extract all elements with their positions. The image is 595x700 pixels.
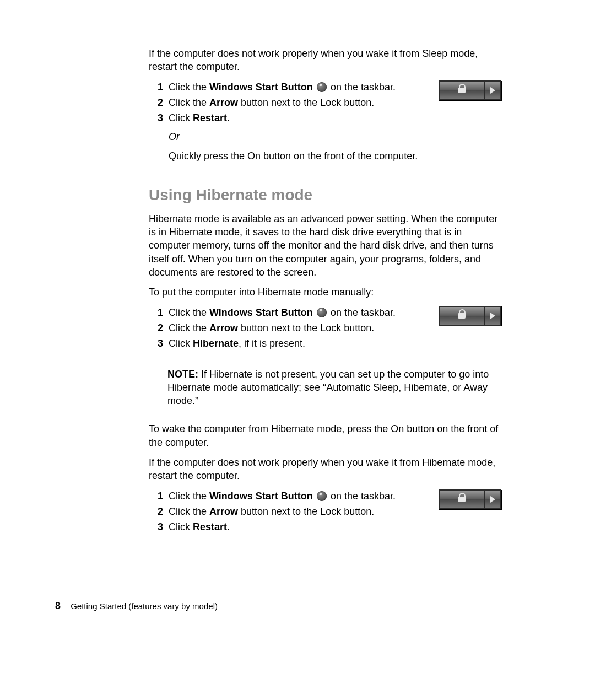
section-heading: Using Hibernate mode [149,185,501,206]
footer-title: Getting Started (features vary by model) [71,601,218,611]
step-number: 1 [149,306,163,319]
step-number: 2 [149,96,163,109]
lock-arrow-illustration [439,80,501,100]
page-footer: 8 Getting Started (features vary by mode… [55,600,218,612]
step-text: Click the Arrow button next to the Lock … [169,321,431,335]
step-number: 1 [149,80,163,94]
step-text: Click Restart. [169,520,501,534]
or-label: Or [169,130,501,143]
step-number: 2 [149,505,163,518]
lock-arrow-illustration [439,306,501,326]
note-text: If Hibernate is not present, you can set… [167,369,489,407]
page-number: 8 [55,600,61,611]
windows-start-icon [317,491,327,501]
step-text: Click the Windows Start Button on the ta… [169,489,431,503]
intro-paragraph: If the computer does not work properly w… [149,47,501,74]
step-text: Click the Windows Start Button on the ta… [169,306,431,319]
step-text: Click the Arrow button next to the Lock … [169,96,431,109]
step-number: 3 [149,520,163,534]
intro-paragraph-hib: If the computer does not work properly w… [149,456,501,483]
step-text: Click the Arrow button next to the Lock … [169,505,431,518]
hibernate-description: Hibernate mode is available as an advanc… [149,212,501,279]
hibernate-lead: To put the computer into Hibernate mode … [149,286,501,299]
arrow-right-icon [490,313,495,319]
lock-icon [458,496,466,503]
lock-icon [458,87,466,94]
menu-arrow-button [485,491,500,508]
lock-button [440,307,485,325]
step-number: 1 [149,489,163,503]
step-text: Click Restart. Or Quickly press the On b… [169,111,501,163]
lock-arrow-illustration [439,489,501,509]
wake-instruction: To wake the computer from Hibernate mode… [149,422,501,449]
menu-arrow-button [485,307,500,325]
or-instruction: Quickly press the On button on the front… [169,149,501,163]
arrow-right-icon [490,87,495,94]
note-label: NOTE: [167,369,198,380]
windows-start-icon [317,82,327,92]
step-number: 3 [149,337,163,350]
lock-icon [458,312,466,320]
lock-button [440,82,485,99]
arrow-right-icon [490,496,495,503]
note-box: NOTE: If Hibernate is not present, you c… [167,363,501,413]
menu-arrow-button [485,82,500,99]
windows-start-icon [317,308,327,317]
step-number: 2 [149,321,163,335]
step-text: Click the Windows Start Button on the ta… [169,80,431,94]
step-number: 3 [149,111,163,125]
step-text: Click Hibernate, if it is present. [169,337,501,350]
lock-button [440,491,485,508]
